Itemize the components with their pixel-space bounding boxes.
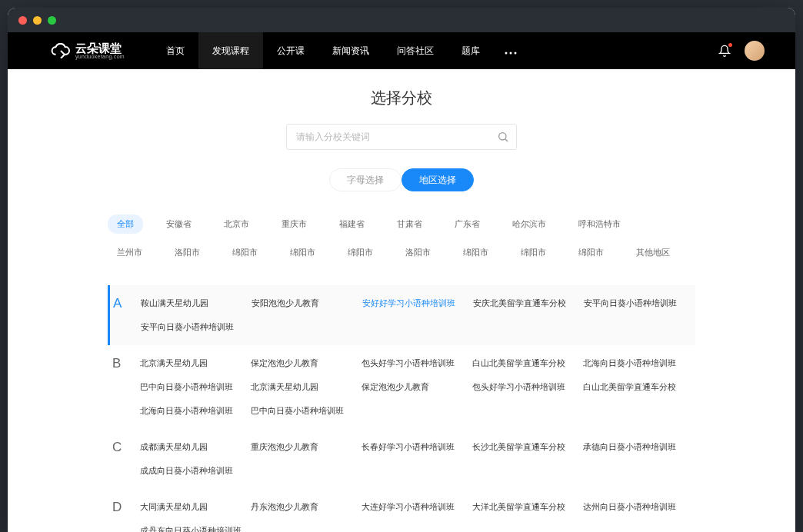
- top-nav: 云朵课堂 yunduoketang.com 首页发现课程公开课新闻资讯问答社区题…: [8, 32, 795, 69]
- school-item[interactable]: 长春好学习小语种培训班: [362, 435, 458, 459]
- minimize-icon[interactable]: [33, 16, 42, 25]
- svg-point-0: [505, 52, 507, 55]
- region-tag[interactable]: 洛阳市: [165, 243, 209, 262]
- nav-item[interactable]: 发现课程: [198, 32, 263, 69]
- region-filter: 全部安徽省北京市重庆市福建省甘肃省广东省哈尔滨市呼和浩特市兰州市洛阳市绵阳市绵阳…: [8, 214, 795, 271]
- region-tag[interactable]: 重庆市: [272, 214, 316, 234]
- page-title: 选择分校: [8, 88, 795, 108]
- school-item[interactable]: 大洋北美留学直通车分校: [472, 495, 569, 519]
- nav-item[interactable]: 公开课: [263, 32, 318, 69]
- school-item[interactable]: 承德向日葵小语种培训班: [583, 435, 680, 459]
- svg-point-1: [509, 52, 511, 55]
- search-input[interactable]: [286, 124, 517, 150]
- group-items: 鞍山满天星幼儿园安阳泡泡少儿教育安好好学习小语种培训班安庆北美留学直通车分校安平…: [141, 285, 695, 345]
- group-items: 大同满天星幼儿园丹东泡泡少儿教育大连好学习小语种培训班大洋北美留学直通车分校达州…: [140, 489, 695, 532]
- school-item[interactable]: 鞍山满天星幼儿园: [141, 291, 238, 315]
- region-tag[interactable]: 绵阳市: [569, 243, 613, 262]
- school-item[interactable]: 巴中向日葵小语种培训班: [140, 375, 237, 399]
- window-titlebar: [8, 8, 795, 32]
- group-items: 成都满天星幼儿园重庆泡泡少儿教育长春好学习小语种培训班长沙北美留学直通车分校承德…: [140, 429, 695, 489]
- brand-sub: yunduoketang.com: [75, 54, 125, 59]
- svg-point-3: [499, 133, 506, 140]
- school-item[interactable]: 包头好学习小语种培训班: [472, 375, 569, 399]
- school-list: A鞍山满天星幼儿园安阳泡泡少儿教育安好好学习小语种培训班安庆北美留学直通车分校安…: [8, 271, 795, 532]
- school-item[interactable]: 安庆北美留学直通车分校: [473, 291, 570, 315]
- region-tag[interactable]: 洛阳市: [396, 243, 440, 262]
- svg-point-2: [514, 52, 516, 55]
- region-tag[interactable]: 哈尔滨市: [503, 214, 555, 234]
- school-item[interactable]: 成丹东向日葵小语种培训班: [140, 519, 237, 532]
- group-items: 北京满天星幼儿园保定泡泡少儿教育包头好学习小语种培训班白山北美留学直通车分校北海…: [140, 345, 695, 429]
- group-letter: A: [110, 285, 141, 345]
- close-icon[interactable]: [18, 16, 27, 25]
- toggle-option[interactable]: 字母选择: [329, 168, 402, 191]
- letter-group: D大同满天星幼儿园丹东泡泡少儿教育大连好学习小语种培训班大洋北美留学直通车分校达…: [108, 489, 695, 532]
- more-icon: [505, 52, 517, 55]
- school-item[interactable]: 长沙北美留学直通车分校: [472, 435, 569, 459]
- brand-logo[interactable]: 云朵课堂 yunduoketang.com: [51, 42, 125, 59]
- school-item[interactable]: 保定泡泡少儿教育: [251, 351, 348, 375]
- region-tag[interactable]: 绵阳市: [511, 243, 555, 262]
- group-letter: C: [109, 429, 140, 489]
- school-item[interactable]: 大同满天星幼儿园: [140, 495, 237, 519]
- nav-item[interactable]: 新闻资讯: [318, 32, 383, 69]
- school-item[interactable]: 丹东泡泡少儿教育: [251, 495, 348, 519]
- app-window: 云朵课堂 yunduoketang.com 首页发现课程公开课新闻资讯问答社区题…: [8, 8, 795, 532]
- school-item[interactable]: 保定泡泡少儿教育: [362, 375, 458, 399]
- nav-item[interactable]: 问答社区: [383, 32, 448, 69]
- bell-icon: [718, 45, 731, 57]
- region-tag[interactable]: 甘肃省: [388, 214, 431, 234]
- region-tag[interactable]: 绵阳市: [454, 243, 498, 262]
- school-item[interactable]: 安平向日葵小语种培训班: [141, 315, 238, 339]
- nav-item[interactable]: 首页: [152, 32, 198, 69]
- toggle-option[interactable]: 地区选择: [402, 168, 474, 191]
- region-tag[interactable]: 呼和浩特市: [569, 214, 630, 234]
- school-item[interactable]: 大连好学习小语种培训班: [362, 495, 458, 519]
- region-tag[interactable]: 广东省: [445, 214, 489, 234]
- school-item[interactable]: 安阳泡泡少儿教育: [252, 291, 348, 315]
- maximize-icon[interactable]: [48, 16, 56, 25]
- main-content: 选择分校 字母选择地区选择 全部安徽省北京市重庆市福建省甘肃省广东省哈尔滨市呼和…: [8, 69, 795, 532]
- region-tag[interactable]: 其他地区: [627, 243, 679, 262]
- group-letter: B: [109, 345, 140, 429]
- region-tag[interactable]: 绵阳市: [223, 243, 267, 262]
- region-tag[interactable]: 兰州市: [108, 243, 152, 262]
- school-item[interactable]: 成都满天星幼儿园: [140, 435, 237, 459]
- school-item[interactable]: 成成向日葵小语种培训班: [140, 459, 237, 483]
- region-tag[interactable]: 北京市: [215, 214, 258, 234]
- school-item[interactable]: 安平向日葵小语种培训班: [584, 291, 681, 315]
- school-item[interactable]: 达州向日葵小语种培训班: [583, 495, 680, 519]
- region-tag[interactable]: 安徽省: [157, 214, 201, 234]
- school-item[interactable]: 包头好学习小语种培训班: [362, 351, 458, 375]
- svg-line-4: [505, 139, 508, 141]
- nav-more[interactable]: [494, 44, 528, 58]
- school-item[interactable]: 北海向日葵小语种培训班: [583, 351, 680, 375]
- region-tag[interactable]: 全部: [108, 214, 143, 234]
- letter-group: B北京满天星幼儿园保定泡泡少儿教育包头好学习小语种培训班白山北美留学直通车分校北…: [108, 345, 695, 429]
- school-item[interactable]: 北京满天星幼儿园: [140, 351, 237, 375]
- letter-group: A鞍山满天星幼儿园安阳泡泡少儿教育安好好学习小语种培训班安庆北美留学直通车分校安…: [108, 285, 695, 345]
- school-item[interactable]: 北海向日葵小语种培训班: [140, 399, 237, 423]
- search-icon[interactable]: [497, 131, 509, 143]
- school-item[interactable]: 重庆泡泡少儿教育: [251, 435, 348, 459]
- nav-right: [718, 41, 765, 61]
- school-item[interactable]: 安好好学习小语种培训班: [362, 291, 459, 315]
- school-item[interactable]: 巴中向日葵小语种培训班: [251, 399, 348, 423]
- group-letter: D: [109, 489, 140, 532]
- school-item[interactable]: 北京满天星幼儿园: [251, 375, 348, 399]
- school-item[interactable]: 白山北美留学直通车分校: [583, 375, 680, 399]
- nav-item[interactable]: 题库: [448, 32, 494, 69]
- school-item[interactable]: 白山北美留学直通车分校: [472, 351, 569, 375]
- region-tag[interactable]: 绵阳市: [338, 243, 382, 262]
- search-box: [286, 124, 517, 150]
- filter-toggle: 字母选择地区选择: [8, 168, 795, 191]
- user-avatar[interactable]: [745, 41, 765, 61]
- brand-name: 云朵课堂: [75, 42, 125, 54]
- notifications-button[interactable]: [718, 45, 731, 57]
- cloud-icon: [51, 43, 71, 58]
- letter-group: C成都满天星幼儿园重庆泡泡少儿教育长春好学习小语种培训班长沙北美留学直通车分校承…: [108, 429, 695, 489]
- region-tag[interactable]: 绵阳市: [281, 243, 325, 262]
- region-tag[interactable]: 福建省: [330, 214, 374, 234]
